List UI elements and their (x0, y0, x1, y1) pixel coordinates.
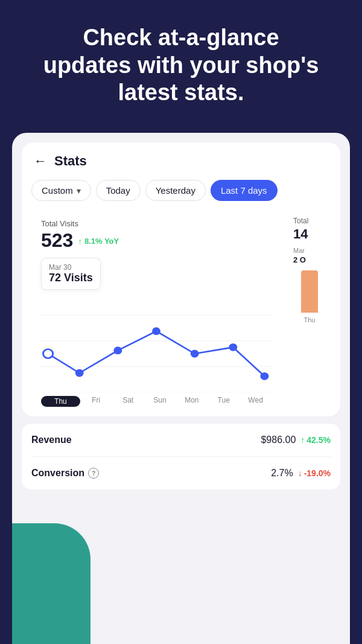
bottom-stats-card: Revenue $986.00 42.5% Conversion ? 2.7% … (22, 424, 340, 489)
conversion-label: Conversion ? (31, 468, 99, 479)
x-label-sun: Sun (144, 396, 176, 407)
filter-custom[interactable]: Custom (31, 180, 91, 201)
revenue-change: 42.5% (300, 435, 331, 445)
side-date: Mar (293, 247, 326, 254)
x-label-mon: Mon (176, 396, 208, 407)
side-bar (301, 270, 318, 313)
side-bar-wrapper (293, 270, 326, 313)
conversion-change: -19.0% (298, 468, 331, 478)
data-point-fri (75, 369, 84, 377)
side-metric-label: Total (293, 217, 326, 225)
conversion-amount: 2.7% (271, 468, 293, 479)
x-label-tue: Tue (208, 396, 240, 407)
stats-card: ← Stats Custom Today Yesterday Last 7 da… (22, 142, 340, 416)
side-bar-label: 2 O (293, 255, 326, 264)
conversion-arrow-down-icon (298, 468, 302, 478)
x-label-fri: Fri (80, 396, 112, 407)
chart-tooltip: Mar 30 72 Visits (41, 258, 101, 290)
filter-today[interactable]: Today (96, 180, 141, 201)
info-icon[interactable]: ? (88, 468, 99, 479)
side-chart-card: Total 14 Mar 2 O Thu (288, 209, 331, 416)
revenue-label: Revenue (31, 435, 72, 445)
x-label-thu: Thu (41, 396, 80, 407)
chart-section: Total Visits 523 8.1% YoY Mar 30 72 Visi… (22, 209, 340, 416)
data-point-thu (43, 349, 52, 359)
data-point-mon (191, 350, 199, 358)
chevron-down-icon (77, 185, 81, 196)
data-point-tue (229, 343, 237, 351)
line-chart (41, 296, 272, 392)
chart-svg (41, 296, 272, 392)
total-visits-label: Total Visits (41, 219, 272, 228)
conversion-right: 2.7% -19.0% (271, 468, 331, 479)
metric-change-badge: 8.1% YoY (78, 237, 119, 246)
total-visits-value: 523 (41, 229, 73, 252)
main-chart-card: Total Visits 523 8.1% YoY Mar 30 72 Visi… (31, 209, 281, 416)
revenue-arrow-up-icon (300, 435, 305, 445)
arrow-up-icon (78, 237, 82, 246)
data-point-sun (152, 327, 160, 335)
x-label-wed: Wed (240, 396, 272, 407)
revenue-row: Revenue $986.00 42.5% (31, 424, 331, 457)
filter-row: Custom Today Yesterday Last 7 days (22, 177, 340, 209)
filter-last7[interactable]: Last 7 days (211, 180, 278, 201)
card-container: ← Stats Custom Today Yesterday Last 7 da… (12, 133, 350, 644)
hero-section: Check at-a-glance updates with your shop… (0, 0, 362, 125)
data-point-wed (260, 372, 268, 380)
teal-decoration (12, 523, 91, 644)
side-metric-value: 14 (293, 226, 326, 242)
conversion-row: Conversion ? 2.7% -19.0% (31, 457, 331, 489)
revenue-right: $986.00 42.5% (261, 435, 331, 445)
revenue-amount: $986.00 (261, 435, 296, 445)
filter-yesterday[interactable]: Yesterday (145, 180, 206, 201)
x-axis: Thu Fri Sat Sun Mon Tue Wed (41, 392, 272, 407)
back-button[interactable]: ← (34, 153, 47, 169)
stats-header: ← Stats (22, 142, 340, 177)
hero-title: Check at-a-glance updates with your shop… (36, 24, 326, 107)
page-title: Stats (54, 153, 87, 169)
tooltip-date: Mar 30 (49, 263, 93, 272)
data-point-sat (113, 346, 122, 354)
x-label-sat: Sat (112, 396, 144, 407)
side-x-label: Thu (293, 316, 326, 324)
tooltip-value: 72 Visits (49, 272, 93, 284)
